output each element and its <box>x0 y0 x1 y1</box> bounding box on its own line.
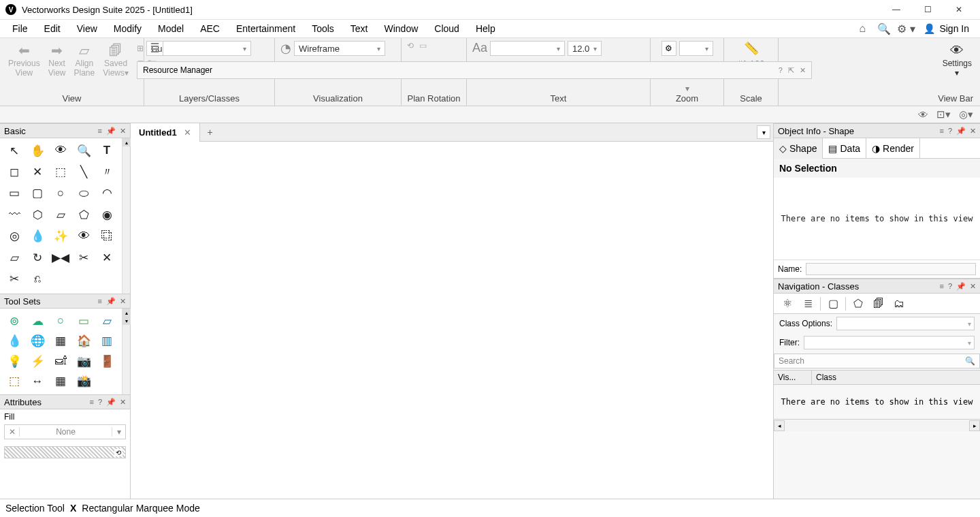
line-tool[interactable]: ╲ <box>72 162 95 181</box>
zoom-settings-icon[interactable]: ⚙ <box>662 41 676 56</box>
nav-references-icon[interactable]: 🗂 <box>891 298 907 310</box>
menu-help[interactable]: Help <box>468 20 504 38</box>
circle-tool[interactable]: ○ <box>49 184 72 203</box>
globe-icon[interactable]: ◎▾ <box>959 108 973 121</box>
toolsets-scroll-up[interactable]: ▴ <box>122 309 131 317</box>
rotate-tool[interactable]: ↻ <box>26 248 49 267</box>
ruler-icon[interactable]: 📏 <box>744 41 759 56</box>
magic-wand-tool[interactable]: ✨ <box>49 227 72 246</box>
target-tool[interactable]: ◎ <box>3 227 26 246</box>
col-visibility[interactable]: Vis... <box>774 371 812 384</box>
panel-menu-icon[interactable]: ≡ <box>939 127 943 136</box>
push-pull-tool[interactable]: ⬚ <box>49 162 72 181</box>
menu-cloud[interactable]: Cloud <box>426 20 468 38</box>
freehand-tool[interactable]: 〰 <box>3 205 26 224</box>
object-info-header[interactable]: Object Info - Shape ≡ ? 📌 ✕ <box>774 123 980 138</box>
align-plane-button[interactable]: ▱ Align Plane <box>71 41 97 80</box>
document-tab-untitled1[interactable]: Untitled1 ✕ <box>131 123 200 142</box>
new-tab-button[interactable]: + <box>200 127 220 138</box>
callout-tool[interactable]: ◻ <box>3 162 26 181</box>
nav-saved-view-icon[interactable]: 🗐 <box>870 298 887 310</box>
eyedropper-tool[interactable]: 💧 <box>26 227 49 246</box>
delete-tool[interactable]: ✕ <box>26 162 49 181</box>
menu-edit[interactable]: Edit <box>36 20 69 38</box>
toolset-wall[interactable]: ▥ <box>95 332 118 351</box>
toolset-stair[interactable]: ⬚ <box>3 372 26 391</box>
search-icon[interactable]: 🔍 <box>873 20 895 38</box>
nav-layers-icon[interactable]: ≣ <box>800 297 816 310</box>
rm-help-icon[interactable]: ? <box>779 66 783 75</box>
toolset-electrical[interactable]: ⚡ <box>26 351 49 371</box>
spiral-tool[interactable]: ◉ <box>95 205 118 224</box>
fill-dropdown[interactable]: ✕ None ▾ <box>4 424 126 439</box>
filter-dropdown[interactable] <box>804 336 975 349</box>
toolset-furniture[interactable]: 🛋 <box>49 351 72 371</box>
toolset-earth[interactable]: 🌐 <box>26 332 49 351</box>
panel-close-icon[interactable]: ✕ <box>120 127 126 136</box>
menu-model[interactable]: Model <box>150 20 192 38</box>
panel-menu-icon[interactable]: ≡ <box>939 282 943 291</box>
polygon-tool[interactable]: ▱ <box>49 205 72 224</box>
panel-menu-icon[interactable]: ≡ <box>98 127 102 136</box>
menu-window[interactable]: Window <box>376 20 427 38</box>
panel-close-icon[interactable]: ✕ <box>970 282 976 291</box>
panel-pin-icon[interactable]: 📌 <box>956 282 966 291</box>
menu-view[interactable]: View <box>69 20 105 38</box>
toolset-grid[interactable]: ▦ <box>49 332 72 351</box>
tools-scroll-up[interactable]: ▴ <box>122 138 131 146</box>
rounded-rect-tool[interactable]: ▢ <box>26 184 49 203</box>
scroll-right-button[interactable]: ▸ <box>969 420 980 431</box>
rm-pin-icon[interactable]: ⇱ <box>788 66 794 75</box>
panel-pin-icon[interactable]: 📌 <box>106 297 116 306</box>
saved-views-button[interactable]: 🗐 Saved Views▾ <box>100 41 131 80</box>
navigation-header[interactable]: Navigation - Classes ≡ ? 📌 ✕ <box>774 279 980 294</box>
toolset-detail[interactable]: ▦ <box>49 372 72 391</box>
minimize-button[interactable]: — <box>881 0 912 20</box>
visibility-tool[interactable]: 👁 <box>72 227 95 246</box>
panel-help-icon[interactable]: ? <box>98 398 102 407</box>
class-options-dropdown[interactable] <box>836 317 975 330</box>
panel-pin-icon[interactable]: 📌 <box>106 127 116 136</box>
menu-modify[interactable]: Modify <box>105 20 150 38</box>
toolset-door[interactable]: 🚪 <box>95 351 118 371</box>
oi-tab-shape[interactable]: ◇ Shape <box>774 138 823 159</box>
close-button[interactable]: ✕ <box>943 0 975 20</box>
flyover-tool[interactable]: 👁 <box>49 141 72 160</box>
toolset-dims[interactable]: ↔ <box>26 372 49 391</box>
reshape-tool[interactable]: ▱ <box>3 248 26 267</box>
opacity-bar[interactable]: ⟲ <box>4 446 126 458</box>
drawing-canvas[interactable] <box>131 142 773 499</box>
toolsets-panel-header[interactable]: Tool Sets ≡ 📌 ✕ <box>0 294 130 309</box>
toolset-lighting[interactable]: 💡 <box>3 351 26 371</box>
panel-pin-icon[interactable]: 📌 <box>106 398 116 407</box>
font-family-dropdown[interactable] <box>490 41 565 56</box>
home-icon[interactable]: ⌂ <box>851 20 873 38</box>
menu-tools[interactable]: Tools <box>304 20 342 38</box>
oi-tab-data[interactable]: ▤ Data <box>823 138 866 159</box>
toolset-camera[interactable]: 📷 <box>72 351 95 371</box>
toolsets-scroll-down[interactable]: ▾ <box>122 317 131 325</box>
menu-file[interactable]: File <box>4 20 36 38</box>
view-settings-button[interactable]: 👁 Settings ▾ <box>940 41 975 80</box>
nav-classes-icon[interactable]: ⚛ <box>779 297 796 310</box>
mirror-tool[interactable]: ▶◀ <box>49 248 72 267</box>
menu-entertainment[interactable]: Entertainment <box>228 20 304 38</box>
object-name-input[interactable] <box>806 263 976 275</box>
font-icon[interactable]: Aa <box>472 41 487 55</box>
nav-sheet-icon[interactable]: ▢ <box>825 297 841 310</box>
regular-polygon-tool[interactable]: ⬠ <box>72 205 95 224</box>
col-class[interactable]: Class <box>812 371 980 384</box>
double-line-tool[interactable]: 〃 <box>95 162 118 181</box>
knife-tool[interactable]: ✂ <box>72 248 95 267</box>
render-mode-icon[interactable]: ◔ <box>280 41 291 56</box>
toolset-landscape[interactable]: ☁ <box>26 311 49 330</box>
panel-menu-icon[interactable]: ≡ <box>89 398 93 407</box>
toolset-site[interactable]: ⊚ <box>3 311 26 330</box>
class-search-input[interactable]: Search 🔍 <box>774 354 980 369</box>
oi-tab-render[interactable]: ◑ Render <box>866 138 920 159</box>
ellipse-tool[interactable]: ⬭ <box>72 184 95 203</box>
toolset-hardscape[interactable]: ▭ <box>72 311 95 330</box>
tab-close-icon[interactable]: ✕ <box>184 127 191 138</box>
view-cube-icon[interactable]: ⊞ <box>137 44 144 53</box>
snap-icon[interactable]: ⊡▾ <box>936 108 951 121</box>
